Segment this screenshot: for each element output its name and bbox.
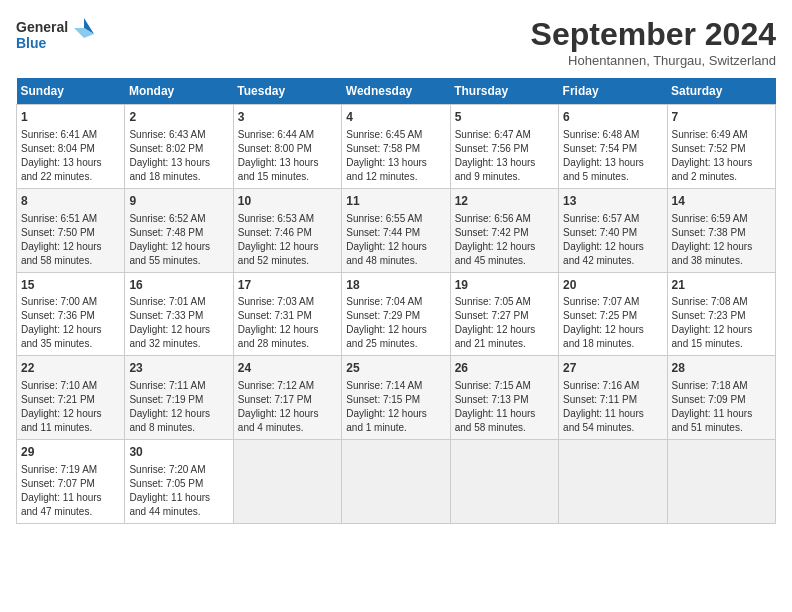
calendar-cell: 13 Sunrise: 6:57 AM Sunset: 7:40 PM Dayl… [559, 188, 667, 272]
calendar-cell: 3 Sunrise: 6:44 AM Sunset: 8:00 PM Dayli… [233, 105, 341, 189]
sunrise: Sunrise: 6:53 AM [238, 213, 314, 224]
calendar-cell: 17 Sunrise: 7:03 AM Sunset: 7:31 PM Dayl… [233, 272, 341, 356]
sunrise: Sunrise: 7:01 AM [129, 296, 205, 307]
day-number: 11 [346, 193, 445, 210]
calendar-cell: 27 Sunrise: 7:16 AM Sunset: 7:11 PM Dayl… [559, 356, 667, 440]
sunrise: Sunrise: 6:49 AM [672, 129, 748, 140]
daylight: Daylight: 13 hours and 9 minutes. [455, 157, 536, 182]
sunrise: Sunrise: 7:14 AM [346, 380, 422, 391]
day-number: 6 [563, 109, 662, 126]
daylight: Daylight: 12 hours and 32 minutes. [129, 324, 210, 349]
sunset: Sunset: 7:27 PM [455, 310, 529, 321]
calendar-cell: 5 Sunrise: 6:47 AM Sunset: 7:56 PM Dayli… [450, 105, 558, 189]
calendar-cell: 1 Sunrise: 6:41 AM Sunset: 8:04 PM Dayli… [17, 105, 125, 189]
calendar-cell: 10 Sunrise: 6:53 AM Sunset: 7:46 PM Dayl… [233, 188, 341, 272]
sunrise: Sunrise: 7:20 AM [129, 464, 205, 475]
sunset: Sunset: 7:31 PM [238, 310, 312, 321]
daylight: Daylight: 12 hours and 52 minutes. [238, 241, 319, 266]
sunrise: Sunrise: 7:07 AM [563, 296, 639, 307]
day-number: 14 [672, 193, 771, 210]
sunrise: Sunrise: 7:11 AM [129, 380, 205, 391]
sunset: Sunset: 7:33 PM [129, 310, 203, 321]
weekday-header: Sunday [17, 78, 125, 105]
sunrise: Sunrise: 6:47 AM [455, 129, 531, 140]
day-number: 16 [129, 277, 228, 294]
sunset: Sunset: 7:52 PM [672, 143, 746, 154]
sunset: Sunset: 7:15 PM [346, 394, 420, 405]
day-number: 8 [21, 193, 120, 210]
sunset: Sunset: 7:56 PM [455, 143, 529, 154]
daylight: Daylight: 12 hours and 21 minutes. [455, 324, 536, 349]
sunrise: Sunrise: 7:04 AM [346, 296, 422, 307]
daylight: Daylight: 11 hours and 54 minutes. [563, 408, 644, 433]
weekday-header: Monday [125, 78, 233, 105]
weekday-header: Saturday [667, 78, 775, 105]
location: Hohentannen, Thurgau, Switzerland [531, 53, 776, 68]
calendar-cell: 26 Sunrise: 7:15 AM Sunset: 7:13 PM Dayl… [450, 356, 558, 440]
sunrise: Sunrise: 6:57 AM [563, 213, 639, 224]
daylight: Daylight: 11 hours and 58 minutes. [455, 408, 536, 433]
month-title: September 2024 [531, 16, 776, 53]
sunset: Sunset: 7:50 PM [21, 227, 95, 238]
svg-text:Blue: Blue [16, 35, 47, 51]
page-header: General Blue September 2024 Hohentannen,… [16, 16, 776, 68]
sunrise: Sunrise: 7:12 AM [238, 380, 314, 391]
calendar-cell [667, 440, 775, 524]
daylight: Daylight: 12 hours and 11 minutes. [21, 408, 102, 433]
daylight: Daylight: 12 hours and 35 minutes. [21, 324, 102, 349]
day-number: 13 [563, 193, 662, 210]
calendar-cell [450, 440, 558, 524]
day-number: 18 [346, 277, 445, 294]
calendar-cell: 11 Sunrise: 6:55 AM Sunset: 7:44 PM Dayl… [342, 188, 450, 272]
logo-svg: General Blue [16, 16, 96, 60]
calendar-cell: 29 Sunrise: 7:19 AM Sunset: 7:07 PM Dayl… [17, 440, 125, 524]
calendar-cell: 8 Sunrise: 6:51 AM Sunset: 7:50 PM Dayli… [17, 188, 125, 272]
svg-text:General: General [16, 19, 68, 35]
day-number: 9 [129, 193, 228, 210]
calendar-cell: 23 Sunrise: 7:11 AM Sunset: 7:19 PM Dayl… [125, 356, 233, 440]
weekday-header: Friday [559, 78, 667, 105]
sunset: Sunset: 7:44 PM [346, 227, 420, 238]
calendar-cell: 15 Sunrise: 7:00 AM Sunset: 7:36 PM Dayl… [17, 272, 125, 356]
sunrise: Sunrise: 6:45 AM [346, 129, 422, 140]
calendar-cell [233, 440, 341, 524]
calendar-cell: 9 Sunrise: 6:52 AM Sunset: 7:48 PM Dayli… [125, 188, 233, 272]
sunset: Sunset: 7:54 PM [563, 143, 637, 154]
title-block: September 2024 Hohentannen, Thurgau, Swi… [531, 16, 776, 68]
calendar-cell: 7 Sunrise: 6:49 AM Sunset: 7:52 PM Dayli… [667, 105, 775, 189]
daylight: Daylight: 12 hours and 25 minutes. [346, 324, 427, 349]
day-number: 30 [129, 444, 228, 461]
calendar-cell: 21 Sunrise: 7:08 AM Sunset: 7:23 PM Dayl… [667, 272, 775, 356]
sunset: Sunset: 7:46 PM [238, 227, 312, 238]
sunset: Sunset: 7:05 PM [129, 478, 203, 489]
daylight: Daylight: 13 hours and 22 minutes. [21, 157, 102, 182]
sunset: Sunset: 7:19 PM [129, 394, 203, 405]
daylight: Daylight: 13 hours and 2 minutes. [672, 157, 753, 182]
weekday-header: Wednesday [342, 78, 450, 105]
calendar-cell: 12 Sunrise: 6:56 AM Sunset: 7:42 PM Dayl… [450, 188, 558, 272]
sunrise: Sunrise: 7:05 AM [455, 296, 531, 307]
calendar-cell: 24 Sunrise: 7:12 AM Sunset: 7:17 PM Dayl… [233, 356, 341, 440]
sunset: Sunset: 7:38 PM [672, 227, 746, 238]
calendar-cell: 30 Sunrise: 7:20 AM Sunset: 7:05 PM Dayl… [125, 440, 233, 524]
calendar-cell: 28 Sunrise: 7:18 AM Sunset: 7:09 PM Dayl… [667, 356, 775, 440]
sunrise: Sunrise: 7:16 AM [563, 380, 639, 391]
daylight: Daylight: 13 hours and 15 minutes. [238, 157, 319, 182]
calendar-cell: 22 Sunrise: 7:10 AM Sunset: 7:21 PM Dayl… [17, 356, 125, 440]
weekday-header-row: SundayMondayTuesdayWednesdayThursdayFrid… [17, 78, 776, 105]
calendar-cell: 20 Sunrise: 7:07 AM Sunset: 7:25 PM Dayl… [559, 272, 667, 356]
daylight: Daylight: 12 hours and 55 minutes. [129, 241, 210, 266]
day-number: 22 [21, 360, 120, 377]
calendar-cell: 6 Sunrise: 6:48 AM Sunset: 7:54 PM Dayli… [559, 105, 667, 189]
sunrise: Sunrise: 7:10 AM [21, 380, 97, 391]
sunset: Sunset: 7:42 PM [455, 227, 529, 238]
day-number: 27 [563, 360, 662, 377]
sunrise: Sunrise: 7:19 AM [21, 464, 97, 475]
weekday-header: Tuesday [233, 78, 341, 105]
daylight: Daylight: 13 hours and 12 minutes. [346, 157, 427, 182]
day-number: 2 [129, 109, 228, 126]
daylight: Daylight: 12 hours and 48 minutes. [346, 241, 427, 266]
day-number: 28 [672, 360, 771, 377]
day-number: 20 [563, 277, 662, 294]
daylight: Daylight: 11 hours and 51 minutes. [672, 408, 753, 433]
